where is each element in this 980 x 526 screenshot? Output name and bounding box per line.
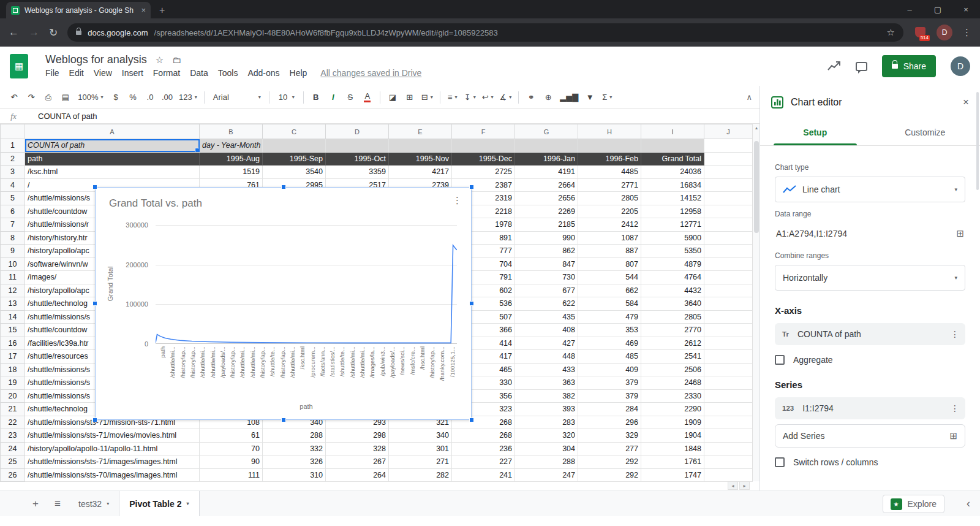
cell-I26[interactable]: 1747 xyxy=(641,468,704,482)
redo-button[interactable]: ↷ xyxy=(23,90,39,105)
close-tab-icon[interactable]: × xyxy=(141,6,146,15)
cell-C23[interactable]: 288 xyxy=(263,429,326,443)
cell-J12[interactable] xyxy=(704,284,753,297)
tab-setup[interactable]: Setup xyxy=(760,119,870,145)
cell-G17[interactable]: 448 xyxy=(515,350,578,364)
row-header-17[interactable]: 17 xyxy=(1,350,25,364)
bookmark-star-icon[interactable]: ☆ xyxy=(887,27,895,38)
insert-link-button[interactable]: ⚭ xyxy=(523,90,539,105)
cell-A1[interactable]: COUNTA of path xyxy=(25,139,200,153)
menu-data[interactable]: Data xyxy=(185,67,213,79)
cell-J4[interactable] xyxy=(704,178,753,192)
cell-G21[interactable]: 393 xyxy=(515,403,578,416)
cell-C26[interactable]: 310 xyxy=(263,468,326,482)
cell-H20[interactable]: 379 xyxy=(578,389,641,403)
cell-J14[interactable] xyxy=(704,310,753,324)
text-wrap-select[interactable]: ↩▾ xyxy=(480,90,496,105)
cell-F24[interactable]: 236 xyxy=(452,442,515,455)
cell-J6[interactable] xyxy=(704,205,753,218)
cell-I19[interactable]: 2468 xyxy=(641,376,704,390)
cell-G9[interactable]: 862 xyxy=(515,245,578,258)
cell-G14[interactable]: 435 xyxy=(515,310,578,324)
column-header-a[interactable]: A xyxy=(25,124,200,139)
cell-B25[interactable]: 90 xyxy=(200,455,263,469)
scroll-left-icon[interactable]: ◂ xyxy=(728,481,738,490)
row-header-21[interactable]: 21 xyxy=(1,403,25,416)
cell-G11[interactable]: 730 xyxy=(515,271,578,284)
zoom-select[interactable]: 100%▾ xyxy=(75,90,107,105)
cell-E26[interactable]: 282 xyxy=(389,468,452,482)
cell-E2[interactable]: 1995-Nov xyxy=(389,152,452,166)
cell-G18[interactable]: 433 xyxy=(515,363,578,376)
cell-B24[interactable]: 70 xyxy=(200,442,263,455)
x-axis-item[interactable]: Tr COUNTA of path ⋮ xyxy=(775,323,965,345)
row-header-6[interactable]: 6 xyxy=(1,205,25,218)
panel-scroll-thumb[interactable] xyxy=(976,92,979,190)
cell-G7[interactable]: 2185 xyxy=(515,218,578,232)
cell-G23[interactable]: 320 xyxy=(515,429,578,443)
back-icon[interactable]: ← xyxy=(9,26,19,39)
row-header-8[interactable]: 8 xyxy=(1,231,25,245)
undo-button[interactable]: ↶ xyxy=(6,90,22,105)
cell-G15[interactable]: 408 xyxy=(515,324,578,337)
cell-E24[interactable]: 301 xyxy=(389,442,452,455)
chart-resize-handle[interactable] xyxy=(469,301,474,306)
cell-I23[interactable]: 1904 xyxy=(641,429,704,443)
menu-add-ons[interactable]: Add-ons xyxy=(243,67,284,79)
cell-H1[interactable] xyxy=(578,139,641,153)
cell-H2[interactable]: 1996-Feb xyxy=(578,152,641,166)
row-header-25[interactable]: 25 xyxy=(1,455,25,469)
cell-J16[interactable] xyxy=(704,337,753,350)
cell-A3[interactable]: /ksc.html xyxy=(25,166,200,179)
row-header-16[interactable]: 16 xyxy=(1,337,25,350)
paint-format-button[interactable]: ▤ xyxy=(58,90,74,105)
cell-H19[interactable]: 379 xyxy=(578,376,641,390)
cell-B3[interactable]: 1519 xyxy=(200,166,263,179)
row-header-11[interactable]: 11 xyxy=(1,271,25,284)
save-status[interactable]: All changes saved in Drive xyxy=(320,68,421,78)
cell-D26[interactable]: 264 xyxy=(326,468,389,482)
cell-J8[interactable] xyxy=(704,231,753,245)
more-options-icon[interactable]: ⋮ xyxy=(951,329,959,339)
collapse-toolbar-icon[interactable]: ∧ xyxy=(746,93,752,102)
cell-J17[interactable] xyxy=(704,350,753,364)
cell-E1[interactable] xyxy=(389,139,452,153)
italic-button[interactable]: I xyxy=(325,90,341,105)
cell-B1[interactable]: day - Year-Month xyxy=(200,139,263,153)
cell-G8[interactable]: 990 xyxy=(515,231,578,245)
chart-resize-handle[interactable] xyxy=(92,185,97,189)
row-header-9[interactable]: 9 xyxy=(1,245,25,258)
grid-corner[interactable] xyxy=(1,124,25,139)
column-header-h[interactable]: H xyxy=(578,124,641,139)
cell-H25[interactable]: 292 xyxy=(578,455,641,469)
cell-J22[interactable] xyxy=(704,416,753,429)
chart-type-select[interactable]: Line chart ▾ xyxy=(775,177,965,202)
row-header-10[interactable]: 10 xyxy=(1,257,25,271)
row-header-2[interactable]: 2 xyxy=(1,152,25,166)
cell-I18[interactable]: 2506 xyxy=(641,363,704,376)
minimize-icon[interactable]: – xyxy=(895,5,924,14)
cell-I1[interactable] xyxy=(641,139,704,153)
embedded-chart[interactable]: Grand Total vs. path ⋮ Grand Total 30000… xyxy=(95,187,472,420)
cell-J2[interactable] xyxy=(704,152,753,166)
cell-G1[interactable] xyxy=(515,139,578,153)
row-header-14[interactable]: 14 xyxy=(1,310,25,324)
cell-J19[interactable] xyxy=(704,376,753,390)
series-item[interactable]: 123 I1:I2794 ⋮ xyxy=(775,397,965,419)
row-header-4[interactable]: 4 xyxy=(1,178,25,192)
row-header-20[interactable]: 20 xyxy=(1,389,25,403)
row-header-22[interactable]: 22 xyxy=(1,416,25,429)
format-percent-button[interactable]: % xyxy=(125,90,141,105)
scroll-right-icon[interactable]: ▸ xyxy=(739,481,750,490)
cell-G26[interactable]: 247 xyxy=(515,468,578,482)
browser-tab[interactable]: Weblogs for analysis - Google Sh × xyxy=(6,2,151,18)
borders-button[interactable]: ⊞ xyxy=(402,90,418,105)
add-sheet-icon[interactable]: + xyxy=(24,498,47,510)
cell-I4[interactable]: 16834 xyxy=(641,178,704,192)
sheet-tab-test32[interactable]: test32 ▾ xyxy=(69,491,119,516)
cell-I10[interactable]: 4879 xyxy=(641,257,704,271)
cell-G3[interactable]: 4191 xyxy=(515,166,578,179)
cell-I8[interactable]: 5900 xyxy=(641,231,704,245)
cell-H13[interactable]: 584 xyxy=(578,297,641,311)
move-folder-icon[interactable]: 🗀 xyxy=(172,55,181,65)
